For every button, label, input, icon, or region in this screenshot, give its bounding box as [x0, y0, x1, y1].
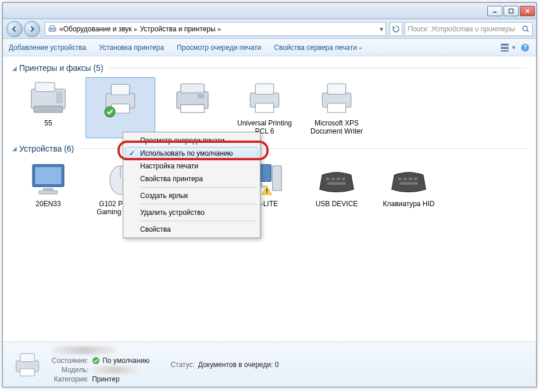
- printer-item-selected[interactable]: [85, 77, 155, 138]
- breadcrumb-part1[interactable]: Оборудование и звук: [63, 25, 132, 33]
- printer-label: Microsoft XPS Document Writer: [304, 119, 369, 136]
- svg-rect-5: [50, 26, 55, 28]
- chevron-right-icon: »: [359, 45, 362, 51]
- add-device-button[interactable]: Добавление устройства: [9, 44, 86, 52]
- keyboard-icon: [316, 160, 358, 197]
- svg-rect-22: [181, 84, 205, 93]
- svg-rect-33: [43, 188, 53, 191]
- svg-rect-53: [399, 182, 418, 185]
- minimize-button[interactable]: [487, 6, 502, 16]
- svg-rect-48: [327, 182, 346, 185]
- forward-button[interactable]: [24, 21, 40, 37]
- explorer-window: « Оборудование и звук ▸ Устройства и при…: [2, 2, 537, 387]
- cm-properties[interactable]: Свойства: [125, 223, 258, 236]
- model-value: [92, 366, 149, 374]
- collapse-icon: ◢: [12, 65, 17, 71]
- svg-line-7: [527, 30, 529, 32]
- svg-rect-29: [327, 84, 346, 94]
- printer-icon: [316, 80, 358, 117]
- printer-item[interactable]: [158, 77, 227, 138]
- svg-rect-15: [56, 92, 63, 103]
- printer-label: 55: [16, 119, 81, 127]
- group-header-printers[interactable]: ◢ Принтеры и факсы (5): [12, 63, 527, 73]
- svg-rect-42: [273, 166, 282, 190]
- cm-printer-props[interactable]: Свойства принтера: [125, 172, 258, 185]
- device-label: USB DEVICE: [304, 200, 369, 208]
- cm-remove[interactable]: Удалить устройство: [125, 206, 258, 219]
- category-label: Категория:: [52, 375, 88, 383]
- svg-rect-47: [342, 178, 345, 181]
- state-label: Состояние:: [52, 357, 88, 365]
- device-item[interactable]: Клавиатура HID: [374, 158, 444, 219]
- keyboard-icon: [388, 160, 430, 197]
- svg-rect-24: [198, 94, 204, 98]
- printer-item[interactable]: Microsoft XPS Document Writer: [302, 77, 372, 138]
- menu-separator: [140, 204, 257, 204]
- search-placeholder: Поиск: Устройства и принтеры: [408, 25, 522, 33]
- check-icon: ✓: [129, 149, 135, 157]
- toolbar: Добавление устройства Установка принтера…: [3, 39, 536, 56]
- printer-item[interactable]: 55: [13, 77, 83, 138]
- group-header-devices[interactable]: ◢ Устройства (6): [12, 144, 527, 153]
- menu-separator: [140, 187, 257, 188]
- svg-point-6: [523, 26, 527, 31]
- details-pane: Состояние: По умолчанию Модель: Категори…: [3, 341, 536, 387]
- breadcrumb-part2[interactable]: Устройства и принтеры: [140, 25, 216, 33]
- svg-rect-9: [501, 46, 509, 48]
- close-button[interactable]: [520, 6, 535, 16]
- cm-print-settings[interactable]: Настройка печати: [125, 160, 258, 172]
- chevron-right-icon: ▸: [218, 25, 222, 33]
- printer-item[interactable]: Universal Printing PCL 6: [230, 77, 299, 138]
- device-item[interactable]: 20EN33: [13, 158, 83, 219]
- group-title: Устройства: [19, 144, 62, 153]
- printer-icon: [244, 80, 285, 117]
- chevron-down-icon[interactable]: ▼: [511, 45, 516, 51]
- svg-rect-51: [409, 178, 412, 181]
- cm-create-shortcut[interactable]: Создать ярлык: [125, 189, 258, 202]
- back-button[interactable]: [6, 21, 23, 37]
- svg-rect-23: [181, 105, 205, 113]
- printers-row: 55 Universal Printing PCL 6 Microsoft XP…: [12, 75, 527, 141]
- dropdown-icon[interactable]: ▾: [380, 25, 383, 33]
- group-count: (6): [64, 144, 74, 153]
- refresh-button[interactable]: [390, 22, 402, 36]
- group-count: (5): [93, 63, 103, 73]
- state-value: По умолчанию: [92, 357, 149, 365]
- device-item[interactable]: USB DEVICE: [302, 158, 372, 219]
- status-label: Статус:: [170, 361, 194, 369]
- svg-text:!: !: [266, 188, 268, 195]
- svg-rect-46: [337, 178, 340, 181]
- printer-icon: [99, 80, 141, 117]
- svg-rect-18: [111, 84, 130, 95]
- warning-icon: !: [261, 185, 273, 196]
- view-options-icon[interactable]: [499, 42, 510, 53]
- svg-rect-30: [327, 103, 346, 113]
- address-bar: « Оборудование и звук ▸ Устройства и при…: [3, 19, 536, 39]
- svg-rect-26: [255, 84, 274, 94]
- group-title: Принтеры и факсы: [19, 63, 91, 73]
- fax-icon: [27, 80, 69, 117]
- context-menu: Просмотр очереди печати ✓ Использовать п…: [123, 132, 260, 238]
- help-icon[interactable]: ?: [520, 42, 530, 53]
- view-queue-button[interactable]: Просмотр очереди печати: [177, 44, 261, 52]
- svg-rect-49: [398, 178, 402, 181]
- svg-rect-52: [414, 178, 417, 181]
- add-printer-button[interactable]: Установка принтера: [99, 44, 164, 52]
- server-props-button[interactable]: Свойства сервера печати »: [274, 44, 362, 52]
- printer-icon: [11, 350, 44, 379]
- svg-text:?: ?: [523, 44, 527, 51]
- cm-view-queue[interactable]: Просмотр очереди печати: [125, 134, 258, 147]
- cm-set-default[interactable]: ✓ Использовать по умолчанию: [125, 147, 258, 160]
- breadcrumb-prefix: «: [59, 25, 63, 33]
- maximize-button[interactable]: [504, 6, 519, 16]
- devices-row: 20EN33 G102 Prodigy Gaming Mouse HID-сов…: [12, 156, 527, 221]
- mfp-icon: [172, 80, 213, 117]
- svg-rect-8: [501, 44, 509, 45]
- selected-device-name: [52, 346, 116, 354]
- search-input[interactable]: Поиск: Устройства и принтеры: [405, 22, 533, 36]
- svg-rect-34: [39, 190, 58, 194]
- model-label: Модель:: [52, 366, 88, 374]
- breadcrumb[interactable]: « Оборудование и звук ▸ Устройства и при…: [45, 22, 386, 36]
- status-value: Документов в очереди: 0: [198, 361, 279, 369]
- category-value: Принтер: [92, 375, 149, 383]
